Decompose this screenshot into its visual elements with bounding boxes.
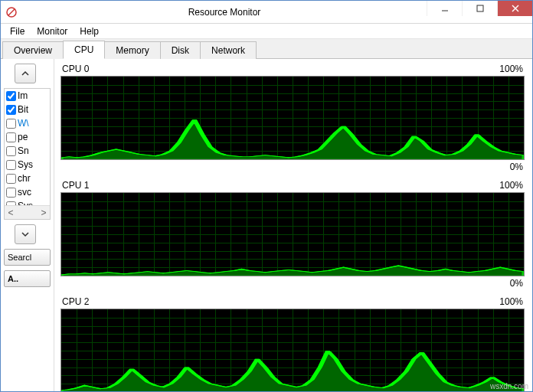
chart-area bbox=[60, 76, 525, 160]
tabstrip: Overview CPU Memory Disk Network bbox=[1, 39, 532, 59]
charts-panel[interactable]: CPU 0100%0%CPU 1100%0%CPU 2100%0% bbox=[54, 59, 532, 391]
chart-title: CPU 0 bbox=[62, 64, 89, 74]
process-label: Sn bbox=[18, 145, 29, 156]
app-icon bbox=[5, 6, 18, 18]
tab-memory[interactable]: Memory bbox=[104, 41, 160, 59]
process-hscroll[interactable]: <> bbox=[5, 205, 50, 219]
window-buttons bbox=[427, 1, 532, 23]
minimize-button[interactable] bbox=[427, 1, 462, 16]
scroll-right-icon[interactable]: > bbox=[38, 207, 50, 218]
process-row[interactable]: Im bbox=[5, 89, 50, 103]
chart-title: CPU 2 bbox=[62, 296, 89, 307]
process-row[interactable]: pe bbox=[5, 130, 50, 144]
menu-monitor[interactable]: Monitor bbox=[31, 24, 74, 38]
process-label: Im bbox=[18, 90, 28, 101]
tab-network[interactable]: Network bbox=[200, 41, 257, 59]
process-checkbox[interactable] bbox=[6, 91, 16, 101]
process-checkbox[interactable] bbox=[6, 174, 16, 184]
search-button[interactable]: Searcl bbox=[4, 249, 51, 266]
process-label: Bit bbox=[18, 104, 28, 115]
menu-help[interactable]: Help bbox=[74, 24, 105, 38]
menubar: File Monitor Help bbox=[1, 24, 532, 39]
process-row[interactable]: svc bbox=[5, 185, 50, 199]
tab-disk[interactable]: Disk bbox=[160, 41, 201, 59]
sidebar: ImBitW\peSnSyschrsvcSys<> Searcl A.. bbox=[1, 59, 54, 391]
analyze-button[interactable]: A.. bbox=[4, 270, 51, 287]
close-button[interactable] bbox=[497, 1, 532, 16]
process-label: chr bbox=[18, 173, 31, 184]
process-label: pe bbox=[18, 132, 28, 142]
titlebar[interactable]: Resource Monitor bbox=[1, 1, 532, 24]
process-row[interactable]: W\ bbox=[5, 116, 50, 130]
watermark: wsxdn.com bbox=[490, 382, 528, 390]
collapse-up-button[interactable] bbox=[15, 64, 36, 83]
process-row[interactable]: Sn bbox=[5, 144, 50, 158]
scroll-left-icon[interactable]: < bbox=[5, 207, 17, 218]
content-area: ImBitW\peSnSyschrsvcSys<> Searcl A.. CPU… bbox=[1, 59, 532, 391]
tab-cpu[interactable]: CPU bbox=[63, 41, 105, 59]
process-row[interactable]: Sys bbox=[5, 158, 50, 172]
process-checkbox[interactable] bbox=[6, 105, 16, 115]
chart-area bbox=[60, 192, 525, 276]
process-label: Sys bbox=[18, 159, 33, 170]
chart-area bbox=[60, 309, 525, 391]
tab-overview[interactable]: Overview bbox=[2, 41, 64, 59]
process-list[interactable]: ImBitW\peSnSyschrsvcSys<> bbox=[4, 88, 51, 220]
chart-ymax: 100% bbox=[499, 180, 523, 191]
chart-ymax: 100% bbox=[499, 296, 523, 307]
process-label: W\ bbox=[18, 118, 29, 129]
process-checkbox[interactable] bbox=[6, 188, 16, 198]
menu-file[interactable]: File bbox=[4, 24, 31, 38]
chevron-up-icon bbox=[21, 70, 29, 77]
process-row[interactable]: Bit bbox=[5, 103, 50, 116]
chart-ymin: 0% bbox=[510, 278, 523, 289]
chart-title: CPU 1 bbox=[62, 180, 89, 191]
process-checkbox[interactable] bbox=[6, 146, 16, 156]
process-checkbox[interactable] bbox=[6, 119, 16, 129]
cpu-chart: CPU 0100%0% bbox=[60, 64, 525, 172]
chart-ymin: 0% bbox=[510, 162, 523, 172]
expand-down-button[interactable] bbox=[15, 224, 36, 244]
window-title: Resource Monitor bbox=[22, 7, 427, 18]
maximize-button[interactable] bbox=[462, 1, 497, 16]
svg-line-1 bbox=[8, 9, 15, 15]
chevron-down-icon bbox=[21, 230, 29, 238]
process-checkbox[interactable] bbox=[6, 132, 16, 142]
cpu-chart: CPU 1100%0% bbox=[60, 180, 525, 289]
process-checkbox[interactable] bbox=[6, 160, 16, 170]
chart-ymax: 100% bbox=[499, 64, 523, 74]
process-row[interactable]: chr bbox=[5, 172, 50, 185]
cpu-chart: CPU 2100%0% bbox=[60, 296, 525, 391]
process-label: svc bbox=[18, 187, 31, 198]
svg-rect-3 bbox=[477, 5, 483, 11]
